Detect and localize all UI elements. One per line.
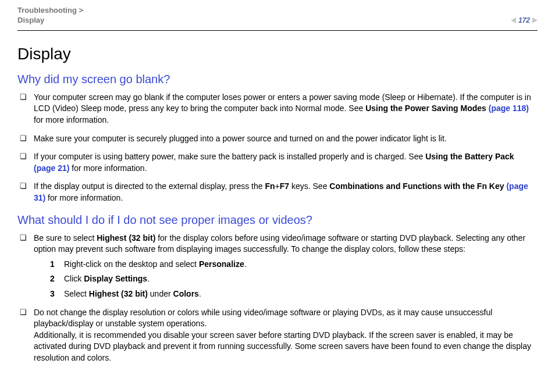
list-item: Do not change the display resolution or … bbox=[17, 307, 538, 364]
link-page-21[interactable]: (page 21) bbox=[34, 163, 69, 173]
prev-page-icon[interactable] bbox=[511, 17, 516, 23]
breadcrumb: Troubleshooting > Display bbox=[17, 6, 83, 26]
section-heading-blank: Why did my screen go blank? bbox=[17, 73, 538, 86]
list-item: If your computer is using battery power,… bbox=[17, 151, 538, 174]
page-title: Display bbox=[17, 45, 538, 63]
next-page-icon[interactable] bbox=[532, 17, 538, 23]
section-heading-images: What should I do if I do not see proper … bbox=[17, 213, 538, 227]
step-item: Select Highest (32 bit) under Colors. bbox=[50, 288, 538, 300]
steps-list: Right-click on the desktop and select Pe… bbox=[50, 259, 538, 300]
breadcrumb-line1: Troubleshooting > bbox=[17, 6, 83, 15]
page-header: Troubleshooting > Display 172 bbox=[17, 0, 538, 31]
step-item: Right-click on the desktop and select Pe… bbox=[50, 259, 538, 270]
list-item: Your computer screen may go blank if the… bbox=[17, 92, 538, 126]
link-page-118[interactable]: (page 118) bbox=[489, 104, 529, 113]
page-number: 172 bbox=[518, 16, 530, 24]
breadcrumb-line2: Display bbox=[17, 16, 44, 24]
bullet-list-2: Be sure to select Highest (32 bit) for t… bbox=[17, 233, 538, 364]
bullet-list-1: Your computer screen may go blank if the… bbox=[17, 92, 538, 204]
list-item: Be sure to select Highest (32 bit) for t… bbox=[17, 233, 538, 300]
list-item: If the display output is directed to the… bbox=[17, 181, 538, 204]
list-item: Make sure your computer is securely plug… bbox=[17, 133, 538, 145]
page: Troubleshooting > Display 172 Display Wh… bbox=[0, 0, 555, 392]
step-item: Click Display Settings. bbox=[50, 273, 538, 285]
page-number-nav: 172 bbox=[511, 6, 538, 24]
